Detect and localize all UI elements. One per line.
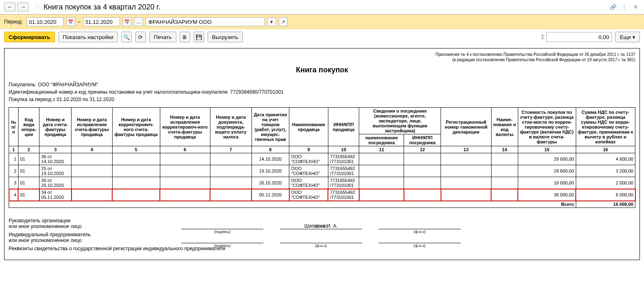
table-row[interactable]: 20125 от 19.10.202019.10.2020ООО "СОФТЕХ… [9, 165, 635, 177]
colnum: 5 [112, 146, 160, 153]
colnum: 10 [328, 146, 359, 153]
more-icon[interactable]: ⋮ [620, 3, 628, 11]
show-settings-button[interactable]: Показать настройки [58, 32, 118, 42]
col-2: Код вида опера-ции [18, 108, 39, 146]
preview-icon[interactable]: 🗎 [180, 32, 190, 42]
more-button[interactable]: Еще ▾ [615, 32, 640, 42]
calendar-from-icon[interactable]: 📅 [66, 17, 75, 26]
colnum: 12 [404, 146, 441, 153]
colnum: 13 [441, 146, 492, 153]
sig-ip-2: или иное уполномоченное лицо [9, 237, 173, 243]
sig-caption-fio: (ф.и.о) [280, 224, 362, 228]
forward-button[interactable]: → [17, 2, 29, 12]
link-icon[interactable]: 🔗 [609, 3, 617, 11]
sig-caption-sign2: (подпись) [181, 244, 263, 248]
period-select-button[interactable]: … [134, 17, 143, 26]
print-button[interactable]: Печать [149, 32, 176, 42]
legal-line-2: (в редакции постановления Правительства … [9, 57, 635, 62]
page-title: Книга покупок за 4 квартал 2020 г. [44, 3, 160, 12]
sig-head-1: Руководитель организации [9, 218, 173, 224]
sigma-icon: Σ [541, 34, 545, 40]
col-13: Регистрационный номер таможенной деклара… [441, 108, 492, 146]
sig-ip-1: Индивидуальный предприниматель [9, 232, 173, 237]
col-11-12: Сведения о посреднике (комиссионере, аге… [359, 108, 441, 134]
report-title: Книга покупок [9, 66, 635, 74]
sig-caption-fio2: (ф.и.о) [379, 230, 461, 234]
colnum: 9 [289, 146, 328, 153]
colnum: 7 [210, 146, 252, 153]
sig-head-2: или иное уполномоченное лицо [9, 224, 173, 229]
period-to-input[interactable] [83, 17, 120, 26]
star-icon[interactable]: ☆ [34, 2, 40, 12]
purchase-table: № п/п Код вида опера-ции Номер и дата сч… [9, 107, 635, 208]
colnum: 4 [72, 146, 113, 153]
report-area: Приложение № 4 к постановлению Правитель… [4, 48, 640, 260]
back-button[interactable]: ← [4, 2, 16, 12]
inn-line: Идентификационный номер и код причины по… [9, 88, 635, 96]
colnum: 8 [252, 146, 289, 153]
period-line: Покупка за период с 01.10.2020 по 31.12.… [9, 96, 635, 103]
sum-input[interactable] [546, 32, 612, 42]
sig-caption-fio4: (ф.и.о) [379, 244, 461, 248]
colnum: 2 [18, 146, 39, 153]
col-14: Наиме-нование и код валюты [491, 108, 518, 146]
sig-caption-sign: (подпись) [181, 230, 263, 234]
org-input[interactable] [145, 17, 265, 26]
colnum: 16 [576, 146, 635, 153]
form-button[interactable]: Сформировать [4, 32, 55, 42]
calendar-to-icon[interactable]: 📅 [122, 17, 132, 26]
colnum: 6 [160, 146, 210, 153]
table-row[interactable]: 40134 от 05.11.202005.11.2020ООО "СОФТЕХ… [9, 189, 635, 201]
total-value: 16 000,00 [576, 201, 635, 208]
col-9: Наименование продавца [289, 108, 328, 146]
colnum: 14 [491, 146, 518, 153]
zoom-in-icon[interactable]: 🔍 [121, 32, 132, 42]
table-row[interactable]: 30130 от 26.10.202026.10.2020ООО "СОФТЕХ… [9, 177, 635, 189]
colnum: 1 [9, 146, 18, 153]
close-icon[interactable]: ✕ [632, 3, 640, 11]
period-from-input[interactable] [27, 17, 64, 26]
legal-line-1: Приложение № 4 к постановлению Правитель… [9, 52, 635, 57]
period-label: Период: [4, 19, 23, 25]
col-1: № п/п [9, 108, 18, 146]
col-12: ИНН/КПП посредника [404, 134, 441, 146]
col-10: ИНН/КПП продавца [328, 108, 359, 146]
col-5: Номер и дата корректировоч-ного счета-фа… [112, 108, 160, 146]
col-15: Стоимость покупок по счету-фактуре, разн… [518, 108, 576, 146]
buyer-line: Покупатель: ООО "ФРАНЧАЙЗАРИУМ" [9, 81, 635, 88]
org-open-icon[interactable]: ↗ [279, 17, 288, 26]
col-8: Дата принятия на учет товаров (работ, ус… [252, 108, 289, 146]
col-3: Номер и дата счета-фактуры продавца [39, 108, 72, 146]
colnum: 3 [39, 146, 72, 153]
col-4: Номер и дата исправления счета-фактуры п… [72, 108, 113, 146]
table-row[interactable]: 10136 от 14.10.202014.10.2020ООО "СОФТЕХ… [9, 153, 635, 165]
col-7: Номер и дата документа, подтвержда-ющего… [210, 108, 252, 146]
export-button[interactable]: Выгрузить [208, 32, 243, 42]
period-dash: – [78, 19, 81, 25]
colnum: 11 [359, 146, 404, 153]
col-6: Номер и дата исправления корректировоч-н… [160, 108, 210, 146]
colnum: 15 [518, 146, 576, 153]
col-16: Сумма НДС по счету-фактуре, разница сумм… [576, 108, 635, 146]
org-dropdown-icon[interactable]: ▾ [267, 17, 276, 26]
col-11: наименование посредника [359, 134, 404, 146]
refresh-icon[interactable]: ⟳ [135, 32, 146, 42]
total-label: Всего [9, 201, 576, 208]
save-icon[interactable]: 💾 [194, 32, 204, 42]
sig-caption-fio3: (ф.и.о) [280, 244, 362, 248]
